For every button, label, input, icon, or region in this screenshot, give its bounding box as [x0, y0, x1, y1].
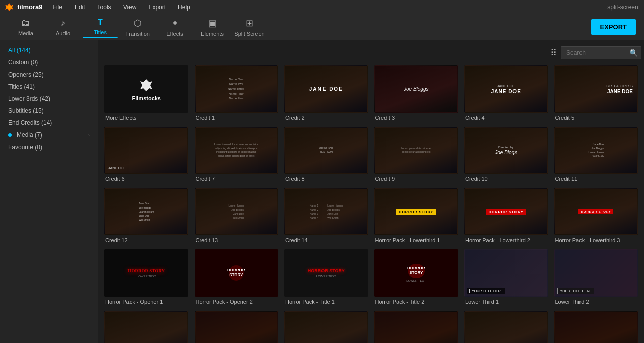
- grid-item-credit12[interactable]: Jane DoeJoe BloggsLauren IpsumJane DoeWi…: [104, 188, 188, 243]
- sidebar-item-lower3rds[interactable]: Lower 3rds (42): [0, 93, 98, 105]
- horror-lower2-label: Horror Pack - Lowerthird 2: [464, 237, 548, 243]
- toolbar-transition-label: Transition: [125, 31, 150, 37]
- credit3-label: Credit 3: [374, 115, 459, 121]
- grid-item-bottom4[interactable]: [374, 311, 459, 343]
- toolbar-split-screen[interactable]: ⊞ Split Screen: [232, 16, 267, 38]
- toolbar-titles[interactable]: T Titles: [83, 16, 118, 38]
- sidebar-item-titles[interactable]: Titles (41): [0, 81, 98, 93]
- grid-item-credit8[interactable]: GREG LOUBEST SON Credit 8: [284, 127, 368, 182]
- export-button[interactable]: EXPORT: [591, 19, 636, 35]
- credit9-overlay: Lorem ipsum dolor sit ametconsectetur ad…: [401, 147, 431, 154]
- sidebar-item-favourite[interactable]: Favourite (0): [0, 141, 98, 153]
- sidebar-item-openers[interactable]: Openers (25): [0, 68, 98, 81]
- horror-lower1-thumb: HORROR STORY: [374, 188, 459, 235]
- media-dot-indicator: [8, 133, 12, 137]
- credit14-label: Credit 14: [284, 237, 368, 243]
- grid-item-credit14[interactable]: Name 1Name 2Name 3Name 4 Lauren IpsumJoe…: [284, 188, 368, 243]
- toolbar-media[interactable]: 🗂 Media: [8, 16, 43, 38]
- credit3-overlay: Joe Bloggs: [404, 86, 428, 92]
- credit12-label: Credit 12: [104, 237, 188, 243]
- menu-view[interactable]: View: [121, 3, 139, 12]
- sidebar-item-custom[interactable]: Custom (0): [0, 56, 98, 68]
- toolbar-transition[interactable]: ⬡ Transition: [120, 16, 155, 38]
- grid-item-horror-opener2[interactable]: HORRORSTORY Horror Pack - Opener 2: [195, 249, 279, 305]
- grid-item-horror-lower3[interactable]: HORROR STORY Horror Pack - Lowerthird 3: [554, 188, 638, 243]
- lower-third2-bar: YOUR TITLE HERE: [557, 288, 594, 294]
- grid-item-credit4[interactable]: JANE DOE JANE DOE Credit 4: [464, 65, 548, 121]
- credit13-thumb: Lauren IpsumJoe BloggsJane DoeWill Smith: [195, 188, 279, 235]
- horror-opener1-thumb: HORROR STORY LOWER TEXT: [104, 249, 188, 297]
- sidebar-item-endcredits[interactable]: End Credits (14): [0, 117, 98, 129]
- credit1-thumb: Name OneName TwoName ThreeName FourName …: [195, 65, 279, 113]
- grid-item-bottom2[interactable]: [195, 311, 279, 343]
- sidebar-item-subtitles[interactable]: Subtitles (15): [0, 105, 98, 117]
- credit14-thumb: Name 1Name 2Name 3Name 4 Lauren IpsumJoe…: [284, 188, 368, 235]
- bottom1-thumb: [104, 311, 188, 343]
- credit6-thumb: JANE DOE: [104, 127, 188, 174]
- grid-item-credit13[interactable]: Lauren IpsumJoe BloggsJane DoeWill Smith…: [195, 188, 279, 243]
- lower-third1-bar: YOUR TITLE HERE: [467, 288, 505, 294]
- horror-title2-splash: HORRORSTORY: [408, 264, 425, 278]
- horror-opener1-label: Horror Pack - Opener 1: [104, 299, 188, 305]
- menu-edit[interactable]: Edit: [73, 3, 87, 12]
- horror-title2-sub: LOWER TEXT: [406, 279, 426, 282]
- horror-opener2-label: Horror Pack - Opener 2: [195, 299, 279, 305]
- credit13-label: Credit 13: [195, 237, 279, 243]
- credit7-overlay: Lorem ipsum dolor sit amet consecteturad…: [214, 143, 259, 158]
- horror-lower2-thumb: HORROR STORY: [464, 188, 548, 235]
- toolbar-elements[interactable]: ▣ Elements: [195, 16, 230, 38]
- grid-item-bottom1[interactable]: [104, 311, 188, 343]
- lower-third1-label: Lower Third 1: [464, 299, 548, 305]
- menu-help[interactable]: Help: [176, 3, 192, 12]
- toolbar-effects[interactable]: ✦ Effects: [157, 16, 192, 38]
- sidebar-item-all[interactable]: All (144): [0, 44, 98, 56]
- sidebar-item-media[interactable]: Media (7) ›: [0, 129, 98, 141]
- grid-item-more-effects[interactable]: Filmstocks More Effects: [104, 65, 188, 121]
- split-screen-label: split-screen:: [607, 4, 640, 11]
- toolbar-audio[interactable]: ♪ Audio: [45, 16, 81, 38]
- content-area: ⠿ 🔍 Filmstocks More Effect: [98, 40, 644, 343]
- grid-item-lower-third2[interactable]: YOUR TITLE HERE Lower Third 2: [554, 249, 638, 305]
- toolbar-media-label: Media: [18, 30, 33, 36]
- grid-toggle-icon[interactable]: ⠿: [550, 47, 557, 58]
- grid-item-credit1[interactable]: Name OneName TwoName ThreeName FourName …: [195, 65, 279, 121]
- menu-export[interactable]: Export: [146, 3, 168, 12]
- grid-item-credit2[interactable]: JANE DOE Credit 2: [284, 65, 368, 121]
- grid-item-bottom6[interactable]: [554, 311, 638, 343]
- horror-opener1-title: HORROR STORY: [128, 268, 165, 273]
- effects-icon: ✦: [171, 18, 179, 29]
- grid-item-credit11[interactable]: Jane DoeJoe BloggsLauren IpsumWill Smith…: [554, 127, 638, 182]
- horror-opener1-sub: LOWER TEXT: [137, 275, 156, 278]
- grid-item-horror-lower1[interactable]: HORROR STORY Horror Pack - Lowerthird 1: [374, 188, 459, 243]
- horror-lower3-label: Horror Pack - Lowerthird 3: [554, 237, 638, 243]
- grid-item-credit6[interactable]: JANE DOE Credit 6: [104, 127, 188, 182]
- credit2-overlay: JANE DOE: [309, 86, 343, 92]
- credit11-thumb: Jane DoeJoe BloggsLauren IpsumWill Smith: [554, 127, 638, 174]
- grid-item-credit7[interactable]: Lorem ipsum dolor sit amet consecteturad…: [195, 127, 279, 182]
- grid-item-bottom5[interactable]: [464, 311, 548, 343]
- main-area: All (144) Custom (0) Openers (25) Titles…: [0, 40, 644, 343]
- grid-item-horror-opener1[interactable]: HORROR STORY LOWER TEXT Horror Pack - Op…: [104, 249, 188, 305]
- grid-item-credit5[interactable]: BEST ACTRESS JANE DOE Credit 5: [554, 65, 638, 121]
- horror-lower3-thumb: HORROR STORY: [554, 188, 638, 235]
- grid-item-horror-lower2[interactable]: HORROR STORY Horror Pack - Lowerthird 2: [464, 188, 548, 243]
- credit5-main-overlay: JANE DOE: [607, 89, 633, 94]
- grid-item-lower-third1[interactable]: YOUR TITLE HERE Lower Third 1: [464, 249, 548, 305]
- grid-item-bottom3[interactable]: [284, 311, 368, 343]
- grid-item-horror-title1[interactable]: HORROR STORY LOWER TEXT Horror Pack - Ti…: [284, 249, 368, 305]
- lower-third2-label: Lower Third 2: [554, 299, 638, 305]
- app-name: filmora9: [17, 3, 43, 11]
- grid-item-credit3[interactable]: Joe Bloggs Credit 3: [374, 65, 459, 121]
- grid-item-credit10[interactable]: Directed by Joe Blogs Credit 10: [464, 127, 548, 182]
- menu-bar: filmora9 File Edit Tools View Export Hel…: [0, 0, 644, 14]
- credit13-overlay: Lauren IpsumJoe BloggsJane DoeWill Smith: [228, 203, 244, 220]
- grid-item-credit9[interactable]: Lorem ipsum dolor sit ametconsectetur ad…: [374, 127, 459, 182]
- credit6-label: Credit 6: [104, 176, 188, 182]
- menu-file[interactable]: File: [51, 3, 65, 12]
- search-icon[interactable]: 🔍: [629, 49, 638, 57]
- grid-item-horror-title2[interactable]: HORRORSTORY LOWER TEXT Horror Pack - Tit…: [374, 249, 459, 305]
- toolbar-elements-label: Elements: [201, 31, 224, 37]
- credit6-overlay: JANE DOE: [108, 166, 126, 170]
- credit4-sub-overlay: JANE DOE: [497, 84, 515, 88]
- menu-tools[interactable]: Tools: [95, 3, 113, 12]
